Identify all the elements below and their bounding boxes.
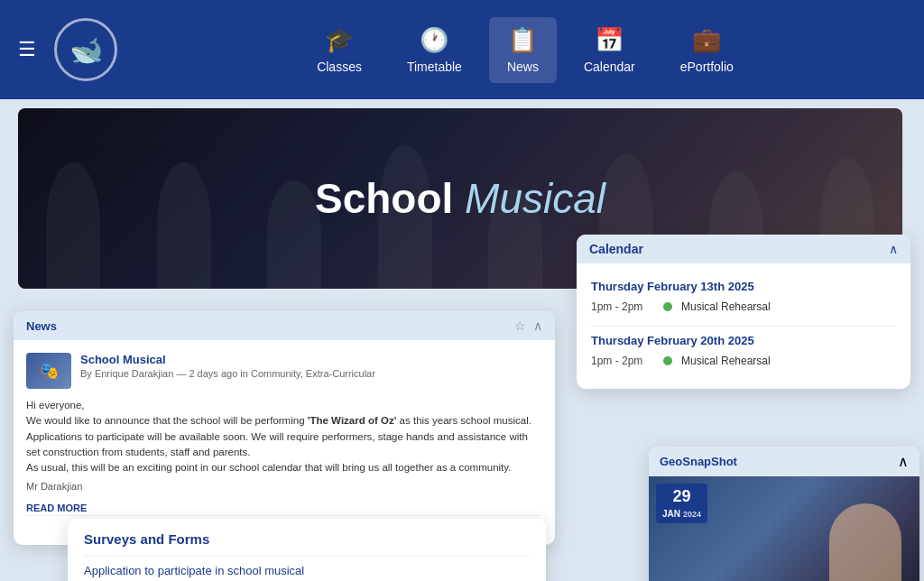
calendar-card-body: Thursday February 13th 2025 1pm - 2pm Mu… [577,263,910,389]
geo-card-title-label: GeoSnapShot [660,455,737,468]
logo-icon: 🐋 [69,34,103,66]
content-area: School Musical News ☆ ∧ 🎭 School Musical… [0,99,924,581]
calendar-card-header: Calendar ∧ [577,235,910,263]
cal-divider [591,326,896,327]
cal-time-1: 1pm - 2pm [591,300,654,313]
hero-title-italic: Musical [465,175,605,222]
news-post-headline: School Musical [80,353,542,366]
calendar-icon: 📅 [595,26,624,54]
news-card-body: 🎭 School Musical By Enrique Darakjian — … [14,340,555,545]
news-read-more-link[interactable]: READ MORE [26,503,87,513]
cal-dot-2 [663,356,672,365]
logo-circle: 🐋 [54,18,117,81]
geo-card: GeoSnapShot ∧ 29 JAN 2024 Drama Club 202… [649,447,919,581]
nav-label-calendar: Calendar [584,60,635,74]
geo-badge-year: 2024 [683,510,701,519]
news-post-body: Hi everyone, We would like to announce t… [26,398,542,475]
geo-date-badge: 29 JAN 2024 [656,484,707,523]
navbar: ☰ 🐋 🎓 Classes 🕐 Timetable 📋 News 📅 Calen… [0,0,924,99]
geo-card-body: 29 JAN 2024 [649,476,919,581]
geo-card-header: GeoSnapShot ∧ [649,447,919,476]
hero-title-bold: School [315,175,453,222]
news-post-thumbnail: 🎭 [26,353,71,389]
news-body-line3: Applications to participate will be avai… [26,429,542,461]
news-post-footer: Mr Darakjian [26,481,542,492]
geo-badge-day: 29 [662,486,701,507]
nav-items: 🎓 Classes 🕐 Timetable 📋 News 📅 Calendar … [144,17,906,83]
nav-label-timetable: Timetable [407,60,462,74]
news-body-line4: As usual, this will be an exciting point… [26,460,542,475]
surveys-title: Surveys and Forms [84,531,530,547]
geo-chevron-up-icon[interactable]: ∧ [898,453,909,470]
cal-date-1: Thursday February 13th 2025 [591,280,896,293]
hero-title: School Musical [315,174,605,223]
eportfolio-icon: 💼 [692,26,721,54]
timetable-icon: 🕐 [420,26,448,54]
news-post-info: School Musical By Enrique Darakjian — 2 … [80,353,542,389]
surveys-card: Surveys and Forms Application to partici… [68,519,546,581]
calendar-card: Calendar ∧ Thursday February 13th 2025 1… [577,235,910,389]
nav-item-eportfolio[interactable]: 💼 ePortfolio [662,17,752,83]
nav-item-calendar[interactable]: 📅 Calendar [566,17,653,83]
nav-item-news[interactable]: 📋 News [489,17,557,83]
classes-icon: 🎓 [325,26,354,54]
news-card-header: News ☆ ∧ [14,311,555,340]
news-body-line1: Hi everyone, [26,398,542,413]
news-card: News ☆ ∧ 🎭 School Musical By Enrique Dar… [14,311,555,545]
news-icon: 📋 [508,26,537,54]
news-chevron-up-icon[interactable]: ∧ [533,318,542,333]
news-body-line2: We would like to announce that the schoo… [26,413,542,429]
cal-event-row-1: 1pm - 2pm Musical Rehearsal [591,300,896,318]
geo-silhouette [829,503,901,581]
nav-logo: 🐋 [54,18,117,81]
news-post: 🎭 School Musical By Enrique Darakjian — … [26,353,542,389]
cal-time-2: 1pm - 2pm [591,355,654,367]
nav-label-classes: Classes [317,60,362,74]
cal-event-name-2: Musical Rehearsal [681,355,771,367]
cal-dot-1 [663,302,672,311]
nav-item-classes[interactable]: 🎓 Classes [299,17,380,83]
news-card-title-label: News [26,319,57,333]
nav-label-eportfolio: ePortfolio [680,60,734,74]
cal-event-row-2: 1pm - 2pm Musical Rehearsal [591,355,896,373]
geo-badge-month: JAN [662,509,680,519]
nav-item-timetable[interactable]: 🕐 Timetable [389,17,480,83]
news-card-controls: ☆ ∧ [514,318,542,333]
cal-event-name-1: Musical Rehearsal [681,300,771,313]
news-star-icon[interactable]: ☆ [514,318,526,333]
cal-date-2: Thursday February 20th 2025 [591,334,896,347]
news-post-meta: By Enrique Darakjian — 2 days ago in Com… [80,368,542,379]
calendar-chevron-up-icon[interactable]: ∧ [889,242,898,256]
hamburger-menu[interactable]: ☰ [18,38,36,61]
surveys-item[interactable]: Application to participate in school mus… [84,556,530,581]
nav-label-news: News [507,60,539,74]
calendar-card-title-label: Calendar [589,242,643,256]
